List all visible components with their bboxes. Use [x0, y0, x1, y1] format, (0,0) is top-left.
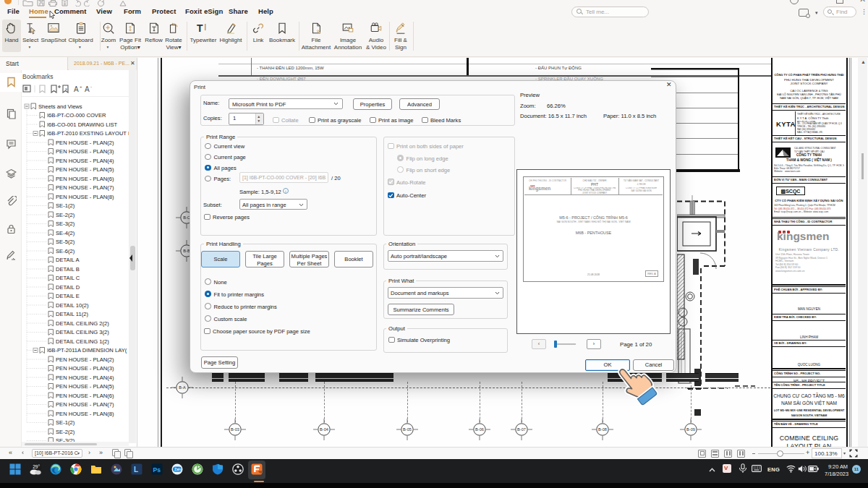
svg-text:PEN HOUSE - PLAN(2): PEN HOUSE - PLAN(2): [56, 356, 114, 363]
svg-text:PEN HOUSE - PLAN(8): PEN HOUSE - PLAN(8): [56, 194, 114, 200]
svg-text:B-A: B-A: [179, 385, 186, 390]
svg-text:DETAIL CEILING 1(2): DETAIL CEILING 1(2): [56, 338, 109, 345]
svg-text:A: A: [85, 85, 90, 93]
svg-text:SE-1(2): SE-1(2): [56, 202, 75, 209]
svg-text:PEN HOUSE - PLAN(6): PEN HOUSE - PLAN(6): [56, 393, 114, 399]
svg-text:DETAIL E: DETAIL E: [56, 293, 80, 299]
svg-text:Zalo: Zalo: [174, 467, 182, 471]
svg-text:SE-6(2): SE-6(2): [56, 248, 75, 254]
svg-text:I6B-PT-2010 EXSTING LAYOUT P: I6B-PT-2010 EXSTING LAYOUT P: [47, 130, 130, 137]
svg-text:PEN HOUSE - PLAN(7): PEN HOUSE - PLAN(7): [56, 401, 114, 408]
svg-text:B-07: B-07: [517, 427, 526, 432]
svg-text:L: L: [134, 466, 138, 474]
svg-text:DETAIL 10(2): DETAIL 10(2): [56, 302, 89, 309]
svg-text:I6B-PT-CO-000 COVER: I6B-PT-CO-000 COVER: [47, 112, 106, 119]
svg-text:PEN HOUSE - PLAN(5): PEN HOUSE - PLAN(5): [56, 383, 114, 390]
svg-text:SE-2(2): SE-2(2): [56, 429, 75, 435]
svg-text:SE-5(2): SE-5(2): [56, 239, 75, 245]
svg-text:I6B-CO-001 DRAWING LIST: I6B-CO-001 DRAWING LIST: [47, 121, 118, 128]
svg-text:B-06: B-06: [475, 427, 484, 432]
svg-text:PEN HOUSE - PLAN(4): PEN HOUSE - PLAN(4): [56, 374, 114, 381]
svg-text:SE-3(2): SE-3(2): [56, 221, 75, 227]
svg-text:DETAIL B: DETAIL B: [56, 266, 80, 273]
svg-text:DETAIL CEILING 3(2): DETAIL CEILING 3(2): [56, 329, 109, 335]
svg-text:Ps: Ps: [153, 466, 161, 474]
svg-text:PEN HOUSE - PLAN(5): PEN HOUSE - PLAN(5): [56, 166, 114, 173]
svg-text:Sheets and Views: Sheets and Views: [38, 103, 82, 110]
svg-text:DETAIL A: DETAIL A: [56, 257, 80, 263]
svg-text:PEN HOUSE - PLAN(8): PEN HOUSE - PLAN(8): [56, 411, 114, 417]
svg-text:DETAIL 11(2): DETAIL 11(2): [56, 311, 88, 317]
svg-text:A: A: [74, 85, 79, 93]
svg-text:B-05: B-05: [403, 427, 412, 432]
svg-text:B-04: B-04: [320, 427, 328, 432]
svg-text:PEN HOUSE - PLAN(6): PEN HOUSE - PLAN(6): [56, 176, 114, 182]
svg-text:PEN HOUSE - PLAN(3): PEN HOUSE - PLAN(3): [56, 148, 114, 155]
svg-text:I6B-PT-2011A DIMENSION LAY(: I6B-PT-2011A DIMENSION LAY(: [47, 347, 127, 354]
svg-text:PEN HOUSE - PLAN(2): PEN HOUSE - PLAN(2): [56, 140, 114, 146]
svg-text:B-08: B-08: [598, 427, 607, 432]
svg-text:-: -: [90, 85, 92, 89]
svg-text:B-09: B-09: [686, 427, 695, 432]
svg-text:PEN HOUSE - PLAN(7): PEN HOUSE - PLAN(7): [56, 184, 114, 191]
svg-text:DETAIL C: DETAIL C: [56, 275, 80, 281]
svg-text:SE-2(2): SE-2(2): [56, 212, 75, 218]
svg-text:+: +: [80, 85, 82, 89]
svg-text:SE-4(2): SE-4(2): [56, 230, 75, 236]
svg-text:PEN HOUSE - PLAN(3): PEN HOUSE - PLAN(3): [56, 365, 114, 372]
svg-text:DETAIL D: DETAIL D: [56, 284, 80, 291]
svg-text:PEN HOUSE - PLAN(4): PEN HOUSE - PLAN(4): [56, 158, 114, 164]
svg-text:s: s: [65, 87, 67, 91]
svg-text:29°: 29°: [33, 464, 40, 469]
svg-text:B-03: B-03: [231, 427, 239, 432]
svg-text:SE-1(2): SE-1(2): [56, 419, 75, 426]
svg-text:DETAIL CEILING 2(2): DETAIL CEILING 2(2): [56, 320, 109, 327]
